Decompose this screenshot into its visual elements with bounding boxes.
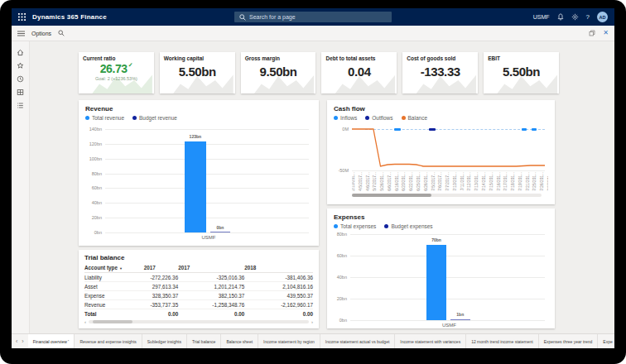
tab-income-statement-by-region[interactable]: Income statement by region bbox=[258, 334, 320, 348]
x-tick-label: 7/18/201... bbox=[512, 172, 516, 191]
kpi-card-working-capital[interactable]: Working capital5.50bn bbox=[160, 52, 235, 93]
kpi-card-ebit[interactable]: EBIT5.50bn bbox=[484, 52, 559, 93]
tab-12-month-trend-income-statement[interactable]: 12 month trend income statement bbox=[466, 334, 539, 348]
settings-gear-icon[interactable] bbox=[571, 13, 579, 21]
y-tick-label: 40bn bbox=[337, 275, 347, 280]
options-menu[interactable]: Options bbox=[31, 31, 51, 36]
workspaces-icon[interactable] bbox=[17, 89, 24, 96]
kpi-card-cost-of-goods-sold[interactable]: Cost of goods sold-133.33 bbox=[402, 52, 478, 93]
tab-expe[interactable]: Expe bbox=[598, 334, 614, 348]
legend-dot-icon bbox=[384, 224, 388, 228]
bottom-tab-bar: ‹ › Financial overview*Revenue and expen… bbox=[12, 333, 614, 348]
expenses-plot: 0bn20bn40bn60bn80bn70bn1bn bbox=[350, 234, 545, 320]
topbar-actions: USMF ? AD bbox=[533, 12, 608, 22]
notifications-bell-icon[interactable] bbox=[557, 13, 564, 21]
y-tick-label: 20bn bbox=[92, 215, 102, 220]
cell-account-type: Liability bbox=[84, 273, 144, 282]
kpi-card-gross-margin[interactable]: Gross margin9.50bn bbox=[241, 52, 316, 93]
x-axis-category: USMF bbox=[350, 323, 548, 328]
favorites-star-icon[interactable] bbox=[17, 62, 24, 69]
bar-total-expenses[interactable] bbox=[426, 245, 447, 320]
kpi-title: Gross margin bbox=[245, 55, 312, 61]
bar-value-label: 123bn bbox=[179, 134, 213, 139]
nav-sidebar bbox=[12, 41, 30, 333]
restore-window-icon[interactable] bbox=[589, 30, 595, 36]
x-tick-label: 6/25/201... bbox=[417, 172, 421, 191]
table-row[interactable]: Revenue-353,737.35-1,258,348.76-2,162,96… bbox=[84, 300, 313, 309]
table-title: Trial balance bbox=[84, 254, 313, 261]
app-title[interactable]: Dynamics 365 Finance bbox=[32, 13, 107, 21]
x-tick-label: 7/13/201... bbox=[475, 172, 479, 191]
global-search-input[interactable]: Search for a page bbox=[234, 12, 392, 22]
y-tick-label: 40bn bbox=[92, 200, 102, 205]
help-icon[interactable]: ? bbox=[586, 13, 590, 21]
page-search-icon[interactable] bbox=[58, 30, 65, 36]
gridline bbox=[350, 234, 545, 235]
table-horizontal-scrollbar[interactable]: ‹ › bbox=[84, 319, 313, 324]
tab-balance-sheet[interactable]: Balance sheet bbox=[221, 334, 258, 348]
x-tick-label: 7/26/201... bbox=[541, 172, 545, 191]
cell-account-type: Asset bbox=[84, 282, 144, 291]
scrollbar-thumb[interactable] bbox=[352, 194, 431, 197]
y-tick-label: 120bn bbox=[89, 141, 102, 146]
tab-trial-balance[interactable]: Trial balance bbox=[187, 334, 221, 348]
column-header-2017[interactable]: 2017 bbox=[144, 263, 178, 273]
y-tick-label: 20bn bbox=[337, 296, 347, 301]
kpi-value: 9.50bn bbox=[245, 65, 312, 79]
scrollbar-thumb[interactable] bbox=[93, 320, 132, 323]
bar-total-revenue[interactable] bbox=[185, 141, 206, 232]
column-header-2018[interactable]: 2018 bbox=[244, 263, 313, 273]
table-row[interactable]: Expense328,350.37382,150.37439,550.37 bbox=[84, 291, 313, 300]
tab-subledger-insights[interactable]: Subledger insights bbox=[142, 334, 187, 348]
x-tick-label: 5/7/2017... bbox=[373, 172, 378, 191]
modules-list-icon[interactable] bbox=[17, 102, 24, 109]
avatar[interactable]: AD bbox=[597, 12, 608, 22]
x-tick-label: 7/12/201... bbox=[468, 172, 472, 191]
bar-budget-revenue[interactable] bbox=[210, 232, 231, 233]
scrollbar-track[interactable] bbox=[89, 320, 309, 323]
hamburger-menu-icon[interactable] bbox=[17, 31, 25, 36]
close-icon[interactable]: ✕ bbox=[603, 30, 609, 36]
expenses-card: Expenses Total expensesBudget expenses 0… bbox=[327, 208, 555, 328]
legend-dot-icon bbox=[365, 116, 369, 120]
table-row[interactable]: Liability-272,226.36-325,016.36-381,406.… bbox=[84, 273, 313, 282]
table-row[interactable]: Asset297,613.341,201,214.752,104,816.16 bbox=[84, 282, 313, 291]
tab-revenue-and-expense-insights[interactable]: Revenue and expense insights bbox=[75, 334, 142, 348]
tab-expenses-three-year-trend[interactable]: Expenses three year trend bbox=[539, 334, 599, 348]
tab-income-statement-actual-vs-budget[interactable]: Income statement actual vs budget bbox=[320, 334, 396, 348]
home-icon[interactable] bbox=[17, 49, 24, 56]
bar-budget-expenses[interactable] bbox=[450, 319, 470, 321]
kpi-card-current-ratio[interactable]: Current ratio26.73✓Goal: 2 (+1236.53%) bbox=[79, 52, 154, 93]
gridline bbox=[350, 320, 545, 321]
kpi-value: 5.50bn bbox=[164, 65, 231, 79]
column-header-2017[interactable]: 2017 bbox=[178, 263, 244, 273]
balance-line[interactable] bbox=[352, 129, 545, 170]
kpi-card-debt-to-total-assets[interactable]: Debt to total assets0.04 bbox=[321, 52, 397, 93]
top-navbar: Dynamics 365 Finance Search for a page U… bbox=[12, 8, 614, 26]
x-tick-label: 2/10/201... bbox=[352, 172, 356, 191]
report-tabs: Financial overview*Revenue and expense i… bbox=[28, 334, 614, 348]
cell-amount: -325,016.36 bbox=[178, 273, 244, 282]
cash-flow-x-axis: 2/10/201...4/5/2017...4/6/2017...5/7/201… bbox=[352, 172, 548, 192]
table-row[interactable]: Total0.000.000.00 bbox=[84, 309, 313, 318]
kpi-title: Current ratio bbox=[83, 55, 150, 61]
x-tick-label: 7/5/2017... bbox=[432, 172, 436, 191]
chart-title: Revenue bbox=[85, 105, 312, 113]
y-tick-label: 80bn bbox=[337, 232, 347, 237]
options-bar: Options ✕ bbox=[12, 26, 614, 41]
tab-financial-overview[interactable]: Financial overview* bbox=[28, 334, 75, 348]
revenue-plot: 0bn20bn40bn60bn80bn100bn120bn140bn123bn0… bbox=[105, 129, 309, 232]
app-launcher-icon[interactable] bbox=[18, 13, 26, 21]
company-picker[interactable]: USMF bbox=[533, 14, 550, 20]
column-header-account-type[interactable]: Account type▼ bbox=[84, 263, 144, 273]
chart-horizontal-scrollbar[interactable] bbox=[352, 194, 542, 197]
tabs-scroll-right-icon[interactable]: › bbox=[22, 338, 23, 344]
recent-clock-icon[interactable] bbox=[17, 75, 24, 83]
scroll-right-icon[interactable]: › bbox=[311, 319, 313, 324]
cell-amount: 0.00 bbox=[178, 309, 244, 318]
legend-total-revenue: Total revenue bbox=[85, 115, 124, 121]
tab-income-statement-with-variances[interactable]: Income statement with variances bbox=[395, 334, 466, 348]
device-frame: Dynamics 365 Finance Search for a page U… bbox=[0, 0, 626, 364]
scroll-left-icon[interactable]: ‹ bbox=[84, 319, 86, 324]
tabs-scroll-left-icon[interactable]: ‹ bbox=[16, 338, 17, 344]
